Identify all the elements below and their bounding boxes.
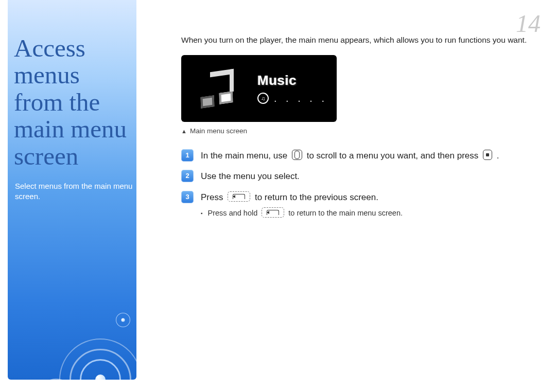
page-number: 14 — [516, 9, 541, 38]
step-text: Press to return to the previous screen. — [201, 191, 531, 204]
pagination-dots-icon: . . . . . — [274, 93, 327, 104]
step-number-badge: 3 — [181, 191, 194, 203]
step-number-badge: 1 — [181, 149, 194, 162]
title-line: Access menus — [14, 35, 136, 89]
back-button-icon — [228, 191, 250, 202]
music-note-icon — [197, 65, 243, 112]
step-number-badge: 2 — [181, 170, 194, 182]
device-menu-label: Music — [257, 73, 327, 88]
step-item: 3 Press to return to the previous screen… — [181, 191, 531, 204]
headphone-disc-icon: ♫ — [257, 93, 269, 104]
steps-list: 1 In the main menu, use to scroll to a m… — [181, 149, 531, 219]
sidebar-panel: Access menus from the main menu screen S… — [8, 0, 136, 380]
screenshot-caption: Main menu screen — [181, 127, 531, 135]
scroll-button-icon — [292, 150, 302, 160]
content-area: When you turn on the player, the main me… — [181, 35, 531, 219]
title-line: main menu — [14, 116, 136, 142]
step-text: Use the menu you select. — [201, 170, 531, 183]
back-button-icon — [262, 207, 284, 218]
step-item: 2 Use the menu you select. — [181, 170, 531, 183]
device-screenshot: Music ♫ . . . . . — [181, 55, 337, 122]
title-line: screen — [14, 143, 136, 170]
section-subtitle: Select menus from the main menu screen. — [15, 181, 136, 202]
step-item: 1 In the main menu, use to scroll to a m… — [181, 149, 531, 163]
step-sub-bullet: Press and hold to return to the main men… — [201, 207, 531, 219]
step-text: In the main menu, use to scroll to a men… — [201, 149, 531, 163]
intro-paragraph: When you turn on the player, the main me… — [181, 35, 531, 46]
select-button-icon — [483, 150, 492, 160]
title-line: from the — [14, 89, 136, 116]
section-title: Access menus from the main menu screen — [14, 35, 136, 170]
